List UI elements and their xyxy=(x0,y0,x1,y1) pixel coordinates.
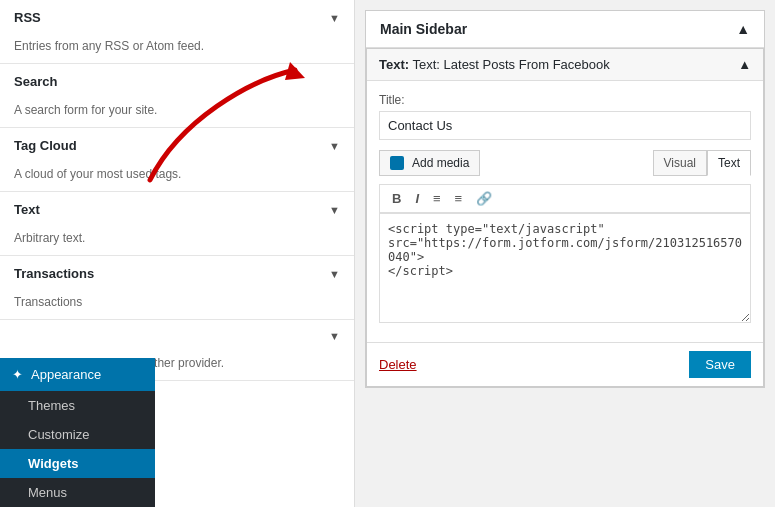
admin-menu-appearance-label: Appearance xyxy=(31,367,101,382)
text-chevron-icon: ▼ xyxy=(329,204,340,216)
transactions-widget: Transactions ▼ Transactions xyxy=(0,256,354,320)
delete-button[interactable]: Delete xyxy=(379,357,417,372)
text-widget: Text ▼ Arbitrary text. xyxy=(0,192,354,256)
tag-cloud-widget-desc: A cloud of your most used tags. xyxy=(0,163,354,191)
visual-text-tabs: Visual Text xyxy=(653,150,751,176)
save-button[interactable]: Save xyxy=(689,351,751,378)
widget-footer: Delete Save xyxy=(367,342,763,386)
rss-widget-title: RSS xyxy=(14,10,41,25)
add-media-icon xyxy=(390,156,404,170)
title-label: Title: xyxy=(379,93,751,107)
tab-visual[interactable]: Visual xyxy=(653,150,707,176)
text-widget-title: Text xyxy=(14,202,40,217)
widget-edit-header: Text: Text: Latest Posts From Facebook ▲ xyxy=(367,49,763,81)
admin-menu: ✦ Appearance Themes Customize Widgets Me… xyxy=(0,358,155,507)
search-widget-header[interactable]: Search xyxy=(0,64,354,99)
media-tabs-row: Add media Visual Text xyxy=(379,150,751,176)
rss-chevron-icon: ▼ xyxy=(329,12,340,24)
extra-widget-header[interactable]: ▼ xyxy=(0,320,354,352)
admin-sub-themes[interactable]: Themes xyxy=(0,391,155,420)
link-button[interactable]: 🔗 xyxy=(472,189,496,208)
transactions-widget-title: Transactions xyxy=(14,266,94,281)
unordered-list-button[interactable]: ≡ xyxy=(429,189,445,208)
widget-edit-box: Text: Text: Latest Posts From Facebook ▲… xyxy=(366,48,764,387)
tag-cloud-widget-title: Tag Cloud xyxy=(14,138,77,153)
search-widget-desc: A search form for your site. xyxy=(0,99,354,127)
collapse-icon[interactable]: ▲ xyxy=(736,21,750,37)
transactions-chevron-icon: ▼ xyxy=(329,268,340,280)
ordered-list-button[interactable]: ≡ xyxy=(451,189,467,208)
text-widget-desc: Arbitrary text. xyxy=(0,227,354,255)
widget-edit-header-text: Text: Text: Latest Posts From Facebook xyxy=(379,57,610,72)
widget-edit-collapse-icon[interactable]: ▲ xyxy=(738,57,751,72)
admin-sub-widgets[interactable]: Widgets xyxy=(0,449,155,478)
main-sidebar-header: Main Sidebar ▲ xyxy=(366,11,764,48)
tag-cloud-widget: Tag Cloud ▼ A cloud of your most used ta… xyxy=(0,128,354,192)
editor-textarea[interactable]: <script type="text/javascript" src="http… xyxy=(379,213,751,323)
rss-widget-header[interactable]: RSS ▼ xyxy=(0,0,354,35)
extra-chevron-icon: ▼ xyxy=(329,330,340,342)
bold-button[interactable]: B xyxy=(388,189,405,208)
tag-cloud-chevron-icon: ▼ xyxy=(329,140,340,152)
tab-text[interactable]: Text xyxy=(707,150,751,176)
transactions-widget-desc: Transactions xyxy=(0,291,354,319)
search-widget-title: Search xyxy=(14,74,57,89)
admin-sub-customize[interactable]: Customize xyxy=(0,420,155,449)
rss-widget: RSS ▼ Entries from any RSS or Atom feed. xyxy=(0,0,354,64)
admin-sub-menus[interactable]: Menus xyxy=(0,478,155,507)
title-input[interactable] xyxy=(379,111,751,140)
widget-edit-content: Title: Add media Visual Text B xyxy=(367,81,763,338)
widgets-left-panel: RSS ▼ Entries from any RSS or Atom feed.… xyxy=(0,0,355,507)
italic-button[interactable]: I xyxy=(411,189,423,208)
editor-toolbar: B I ≡ ≡ 🔗 xyxy=(379,184,751,213)
tag-cloud-widget-header[interactable]: Tag Cloud ▼ xyxy=(0,128,354,163)
search-widget: Search A search form for your site. xyxy=(0,64,354,128)
right-panel: Main Sidebar ▲ Text: Text: Latest Posts … xyxy=(355,0,775,507)
transactions-widget-header[interactable]: Transactions ▼ xyxy=(0,256,354,291)
add-media-button[interactable]: Add media xyxy=(379,150,480,176)
rss-widget-desc: Entries from any RSS or Atom feed. xyxy=(0,35,354,63)
appearance-icon: ✦ xyxy=(12,367,23,382)
admin-menu-appearance[interactable]: ✦ Appearance xyxy=(0,358,155,391)
main-sidebar-title: Main Sidebar xyxy=(380,21,467,37)
text-widget-header[interactable]: Text ▼ xyxy=(0,192,354,227)
main-sidebar-box: Main Sidebar ▲ Text: Text: Latest Posts … xyxy=(365,10,765,388)
